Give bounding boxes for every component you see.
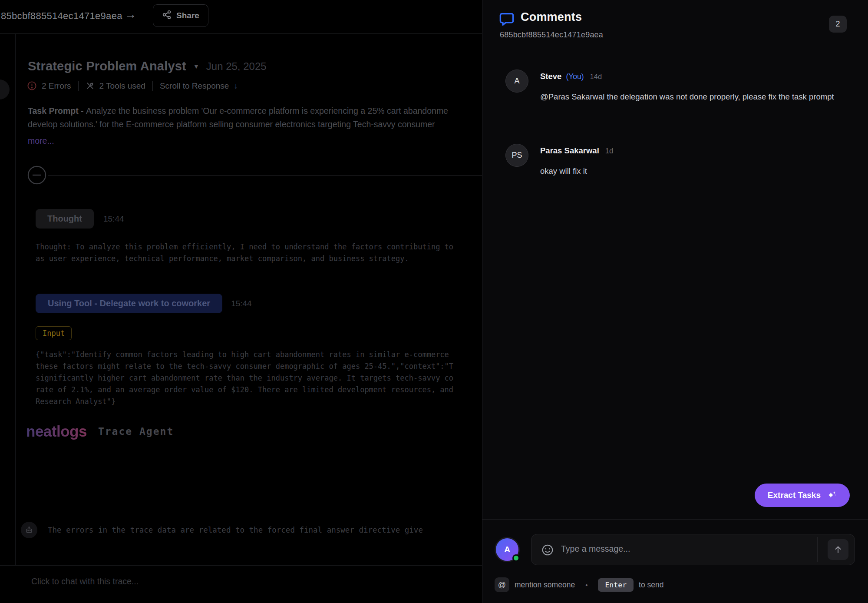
enter-key-badge: Enter [598,578,634,592]
trace-id-label: 85bcbf885514ec1471e9aea [1,10,122,22]
more-link[interactable]: more... [28,136,54,146]
comment-message: @Paras Sakarwal the delegation was not d… [540,90,844,103]
trace-card-divider [16,455,482,455]
comment-author: Paras Sakarwal [540,146,599,156]
input-divider [817,537,818,562]
forward-arrow-icon[interactable]: → [125,8,136,21]
topbar-divider [0,33,482,34]
meta-separator [78,81,79,91]
task-prompt-label: Task Prompt - [28,106,86,116]
comment-bubble-icon [499,11,515,29]
chat-with-trace-input[interactable]: Click to chat with this trace... [31,576,139,586]
trace-date: Jun 25, 2025 [206,60,267,73]
error-icon [27,81,37,91]
json-line: {"task":"Identify common factors leading… [36,349,482,361]
comments-trace-id: 685bcbf885514ec1471e9aea [500,30,603,40]
comment-time: 14d [590,73,602,81]
sparkles-icon [826,490,837,500]
tools-count: 2 Tools used [99,81,145,91]
task-prompt-line: develop solutions.' for the E-commerce p… [28,118,481,131]
comments-panel: Comments 2 685bcbf885514ec1471e9aea A St… [482,0,868,603]
down-arrow-icon: ↓ [234,81,238,91]
using-tool-badge: Using Tool - Delegate work to coworker [36,294,222,313]
thought-badge: Thought [36,209,94,229]
message-placeholder: Type a message... [561,544,630,554]
comment-you-label: (You) [566,72,584,81]
send-arrow-icon [833,544,843,555]
collapse-icon[interactable] [27,165,47,187]
comments-title: Comments [521,10,582,24]
json-line: these factors might relate to the tech-s… [36,361,482,372]
errors-count: 2 Errors [42,81,71,91]
tool-timestamp: 15:44 [231,299,252,308]
share-icon [162,10,172,22]
task-prompt-line: Analyze the business problem 'Our e-comm… [86,106,448,116]
composer-avatar-letter: A [504,545,510,554]
comments-count-badge: 2 [829,16,847,33]
mention-at-badge[interactable]: @ [495,577,509,592]
trace-main-area: 85bcbf885514ec1471e9aea → Share Strategi… [0,0,482,603]
caret-down-icon[interactable]: ▼ [193,63,199,70]
agent-title: Strategic Problem Analyst [28,59,186,73]
hint-separator: • [585,581,587,589]
thought-text-line: Thought: To analyze this problem efficie… [36,241,482,253]
timeline-line [48,175,482,176]
mention-hint: mention someone [515,580,575,590]
send-button[interactable] [828,539,848,560]
composer-divider [482,519,868,520]
chat-divider [0,565,482,566]
task-prompt: Task Prompt - Analyze the business probl… [28,104,481,131]
thought-timestamp: 15:44 [103,214,124,224]
share-button[interactable]: Share [153,4,208,27]
sidebar-divider [15,34,16,565]
comment-header: Steve (You) 14d [540,72,602,81]
extract-tasks-button[interactable]: Extract Tasks [755,484,850,507]
json-line: Research Analyst"} [36,396,482,408]
panel-divider [482,51,868,51]
comment-author: Steve [540,72,561,81]
message-input[interactable]: Type a message... [531,534,855,565]
input-badge: Input [36,326,72,340]
share-label: Share [176,11,199,20]
trace-agent-label: Trace Agent [98,426,174,437]
thought-text: Thought: To analyze this problem efficie… [36,241,482,265]
emoji-icon[interactable] [541,543,554,558]
meta-separator [152,81,153,91]
bot-icon [21,522,37,538]
composer-avatar: A [495,537,520,562]
comment-time: 1d [605,147,613,155]
extract-tasks-label: Extract Tasks [768,490,821,500]
neatlogs-logo: neatlogs [26,423,87,440]
avatar: PS [505,144,528,167]
composer-hints: @ mention someone • Enter to send [495,577,663,592]
comment-message: okay will fix it [540,165,844,177]
thought-text-line: as user experience, technical performanc… [36,253,482,265]
json-line: significantly higher cart abandonment ra… [36,372,482,384]
tool-input-json: {"task":"Identify common factors leading… [36,349,482,408]
tools-icon [86,81,95,90]
sidebar-toggle[interactable] [0,80,10,99]
assistant-message: The errors in the trace data are related… [48,522,478,534]
json-line: rate of 2.1%, and an average order value… [36,384,482,396]
avatar: A [505,70,528,93]
send-hint: to send [639,580,663,590]
scroll-to-response[interactable]: Scroll to Response [160,81,229,91]
comment-header: Paras Sakarwal 1d [540,146,613,156]
online-status-dot [512,554,520,562]
